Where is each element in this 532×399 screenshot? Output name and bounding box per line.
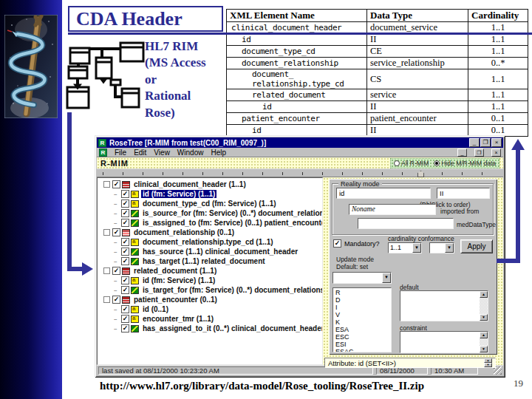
scroll-up-icon[interactable]: ▲ — [480, 332, 488, 338]
tree-item[interactable]: -- document_relationship (0..1) — [99, 228, 322, 237]
tree-item-label[interactable]: is_assigned_to (fm: Service) (0..1) pati… — [141, 219, 323, 227]
code-list-item[interactable]: D — [335, 296, 389, 304]
window-title-bar[interactable]: R RoseTree [R-MIM from test(C00_RIM_0097… — [97, 137, 503, 148]
minimize-button[interactable]: _ — [469, 138, 480, 147]
code-list-item[interactable]: ESAC — [335, 348, 389, 352]
cardinality-dropdown[interactable]: 1..1 ▼ — [388, 242, 422, 253]
tree-item[interactable]: -- id (0..1) — [99, 304, 322, 314]
rim-source-input[interactable]: Noname — [349, 204, 436, 215]
tree-checkbox[interactable] — [121, 200, 129, 208]
tree-checkbox[interactable] — [121, 305, 129, 313]
tree-item-label[interactable]: patient_encounter (0..1) — [132, 296, 219, 304]
code-list-item[interactable]: R — [335, 289, 389, 296]
tree-item-label[interactable]: id (fm: Service) (1..1) — [141, 190, 216, 198]
tree-checkbox[interactable] — [121, 286, 129, 294]
mandatory-checkbox[interactable] — [333, 239, 341, 248]
scrollbar[interactable]: ▲ ▼ — [480, 291, 488, 321]
tree-checkbox[interactable] — [112, 228, 120, 236]
close-button[interactable]: × — [491, 138, 502, 147]
tree-item-label[interactable]: related_document (1..1) — [132, 267, 218, 275]
default-textarea[interactable]: ▲ ▼ — [400, 290, 488, 321]
tree-item-label[interactable]: id (0..1) — [141, 305, 170, 313]
tree-item[interactable]: -- has_assigned_to_it (0..*) clinical_do… — [99, 324, 322, 333]
tree-item-label[interactable]: id (fm: Service) (1..1) — [141, 276, 216, 284]
tree-checkbox[interactable] — [121, 209, 129, 217]
tree-item[interactable]: -- has_target (1..1) related_document — [99, 256, 322, 266]
radio-on-icon[interactable] — [434, 160, 440, 166]
code-list-item[interactable]: ESA — [335, 326, 389, 333]
constraint-textarea[interactable]: ▲ ▼ — [400, 331, 488, 353]
tree-item[interactable]: -- is_target_for (fm: Service) (0..*) do… — [99, 285, 322, 295]
datatype-input[interactable] — [358, 218, 454, 229]
attribute-spinner[interactable]: ▲ ▼ — [484, 358, 492, 367]
expand-toggle-icon[interactable] — [103, 229, 110, 236]
menu-item[interactable]: Help — [211, 149, 226, 157]
tree-item-label[interactable]: document_relationship.type_cd (1..1) — [141, 238, 275, 246]
tree-checkbox[interactable] — [112, 180, 120, 188]
update-mode-dropdown[interactable]: ▼ — [332, 272, 392, 284]
code-list-item[interactable]: V — [335, 311, 389, 318]
tree-checkbox[interactable] — [121, 190, 129, 198]
tree-checkbox[interactable] — [121, 248, 129, 256]
scroll-up-icon[interactable]: ▲ — [480, 291, 488, 298]
tree-item[interactable]: -- encounter_tmr (1..1) — [99, 314, 322, 324]
tree-checkbox[interactable] — [121, 257, 129, 265]
tree-checkbox[interactable] — [121, 315, 129, 323]
tree-item[interactable]: -- related_document (1..1) — [99, 266, 322, 276]
tree-item[interactable]: -- document_type_cd (fm: Service) (1..1) — [99, 199, 322, 208]
scrollbar[interactable]: ▲ ▼ — [480, 332, 488, 352]
tree-item[interactable]: -- has_source (1..1) clinical_document_h… — [99, 247, 322, 256]
radio-all-rmim[interactable]: All R-MIM — [394, 160, 429, 167]
expand-toggle-icon[interactable] — [103, 267, 110, 274]
tree-checkbox[interactable] — [121, 324, 129, 332]
spin-down-icon[interactable]: ▼ — [484, 363, 492, 367]
chevron-down-icon[interactable]: ▼ — [412, 243, 421, 253]
child-minimize-button[interactable]: _ — [457, 149, 467, 157]
conformance-dropdown[interactable]: ▼ — [429, 242, 454, 253]
attribute-type-input[interactable]: II — [437, 188, 490, 199]
attribute-name-input[interactable]: id — [336, 188, 431, 199]
tree-item-label[interactable]: encounter_tmr (1..1) — [141, 315, 215, 323]
tree-item-label[interactable]: has_source (1..1) clinical_document_head… — [141, 248, 299, 256]
tree-item[interactable]: -- document_relationship.type_cd (1..1) — [99, 237, 322, 247]
tree-checkbox[interactable] — [112, 267, 120, 275]
tree-item-label[interactable]: has_assigned_to_it (0..*) clinical_docum… — [141, 324, 323, 332]
tree-item[interactable]: -- is_source_for (fm: Service) (0..*) do… — [99, 208, 322, 218]
code-listbox[interactable]: RDIVKESAESCESIESAC — [332, 287, 392, 352]
tree-item[interactable]: -- id (fm: Service) (1..1) — [99, 189, 322, 199]
tree-item-label[interactable]: document_type_cd (fm: Service) (1..1) — [141, 200, 278, 208]
restore-button[interactable]: ❐ — [480, 138, 491, 147]
code-list-item[interactable]: K — [335, 318, 389, 326]
tree-item-label[interactable]: is_source_for (fm: Service) (0..*) docum… — [141, 209, 323, 217]
menu-item[interactable]: File — [115, 149, 126, 157]
rmim-tree-panel[interactable]: -- clinical_document_header (1..1) -- id… — [97, 177, 323, 365]
scroll-down-icon[interactable]: ▼ — [480, 346, 488, 352]
apply-button[interactable]: Apply — [460, 239, 493, 253]
tree-checkbox[interactable] — [112, 296, 120, 304]
code-list-item[interactable]: ESC — [335, 333, 389, 341]
menu-item[interactable]: View — [154, 149, 170, 157]
expand-toggle-icon[interactable] — [103, 181, 110, 188]
radio-off-icon[interactable] — [394, 160, 400, 166]
menu-item[interactable]: Window — [177, 149, 204, 157]
child-close-button[interactable]: × — [491, 149, 501, 157]
tree-item[interactable]: -- patient_encounter (0..1) — [99, 295, 322, 304]
tree-item[interactable]: -- clinical_document_header (1..1) — [99, 180, 322, 189]
tree-item[interactable]: -- is_assigned_to (fm: Service) (0..1) p… — [99, 218, 322, 228]
tree-item-label[interactable]: is_target_for (fm: Service) (0..*) docum… — [141, 286, 323, 294]
expand-toggle-icon[interactable] — [103, 296, 110, 303]
scroll-down-icon[interactable]: ▼ — [480, 314, 488, 321]
chevron-down-icon[interactable]: ▼ — [445, 243, 454, 253]
child-restore-button[interactable]: ❐ — [474, 149, 484, 157]
tree-item-label[interactable]: clinical_document_header (1..1) — [132, 180, 248, 188]
tree-item-label[interactable]: document_relationship (0..1) — [132, 228, 236, 236]
code-list-item[interactable]: ESI — [335, 341, 389, 348]
radio-hide-data[interactable]: Hide M/R-MIM data — [434, 160, 496, 167]
tree-item[interactable]: -- id (fm: Service) (1..1) — [99, 276, 322, 285]
menu-item[interactable]: Edit — [134, 149, 146, 157]
tree-checkbox[interactable] — [121, 238, 129, 246]
code-list-item[interactable]: I — [335, 304, 389, 311]
tree-item-label[interactable]: has_target (1..1) related_document — [141, 257, 267, 265]
tree-checkbox[interactable] — [121, 219, 129, 227]
tree-checkbox[interactable] — [121, 276, 129, 284]
